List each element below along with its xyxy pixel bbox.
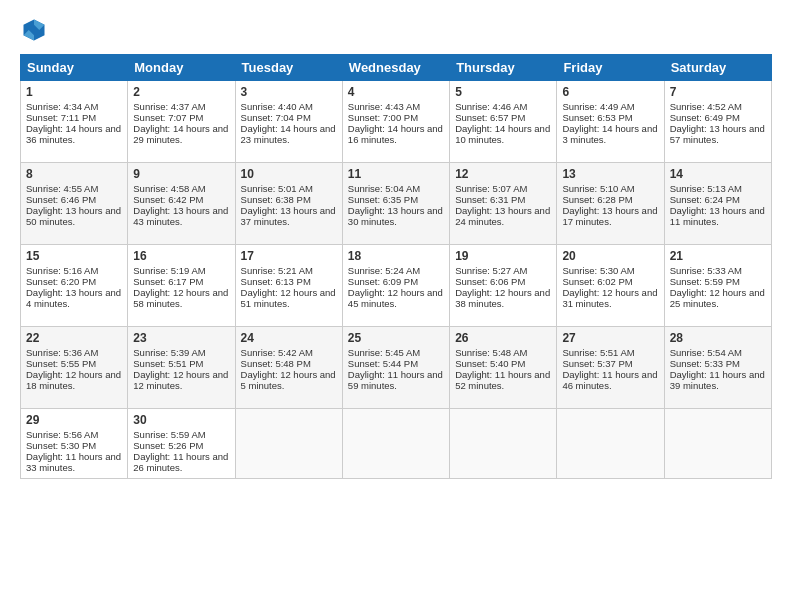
sunrise-text: Sunrise: 4:55 AM	[26, 183, 98, 194]
daylight-text: Daylight: 13 hours and 17 minutes.	[562, 205, 657, 227]
calendar-cell: 24 Sunrise: 5:42 AM Sunset: 5:48 PM Dayl…	[235, 327, 342, 409]
calendar-week-4: 22 Sunrise: 5:36 AM Sunset: 5:55 PM Dayl…	[21, 327, 772, 409]
sunrise-text: Sunrise: 5:54 AM	[670, 347, 742, 358]
daylight-text: Daylight: 12 hours and 38 minutes.	[455, 287, 550, 309]
day-number: 21	[670, 249, 766, 263]
sunset-text: Sunset: 5:44 PM	[348, 358, 418, 369]
calendar-table: SundayMondayTuesdayWednesdayThursdayFrid…	[20, 54, 772, 479]
daylight-text: Daylight: 13 hours and 37 minutes.	[241, 205, 336, 227]
daylight-text: Daylight: 13 hours and 50 minutes.	[26, 205, 121, 227]
sunrise-text: Sunrise: 4:37 AM	[133, 101, 205, 112]
sunset-text: Sunset: 6:06 PM	[455, 276, 525, 287]
day-number: 15	[26, 249, 122, 263]
calendar-cell: 5 Sunrise: 4:46 AM Sunset: 6:57 PM Dayli…	[450, 81, 557, 163]
calendar-cell: 7 Sunrise: 4:52 AM Sunset: 6:49 PM Dayli…	[664, 81, 771, 163]
daylight-text: Daylight: 14 hours and 16 minutes.	[348, 123, 443, 145]
header	[20, 16, 772, 44]
daylight-text: Daylight: 14 hours and 23 minutes.	[241, 123, 336, 145]
sunrise-text: Sunrise: 4:34 AM	[26, 101, 98, 112]
sunrise-text: Sunrise: 5:01 AM	[241, 183, 313, 194]
sunrise-text: Sunrise: 5:19 AM	[133, 265, 205, 276]
daylight-text: Daylight: 13 hours and 30 minutes.	[348, 205, 443, 227]
calendar-cell	[450, 409, 557, 479]
daylight-text: Daylight: 13 hours and 4 minutes.	[26, 287, 121, 309]
sunrise-text: Sunrise: 5:24 AM	[348, 265, 420, 276]
sunset-text: Sunset: 6:09 PM	[348, 276, 418, 287]
col-header-thursday: Thursday	[450, 55, 557, 81]
sunrise-text: Sunrise: 5:21 AM	[241, 265, 313, 276]
calendar-cell	[235, 409, 342, 479]
calendar-cell: 26 Sunrise: 5:48 AM Sunset: 5:40 PM Dayl…	[450, 327, 557, 409]
calendar-cell	[664, 409, 771, 479]
day-number: 11	[348, 167, 444, 181]
sunset-text: Sunset: 6:38 PM	[241, 194, 311, 205]
daylight-text: Daylight: 12 hours and 25 minutes.	[670, 287, 765, 309]
sunset-text: Sunset: 5:37 PM	[562, 358, 632, 369]
sunrise-text: Sunrise: 4:43 AM	[348, 101, 420, 112]
calendar-cell: 14 Sunrise: 5:13 AM Sunset: 6:24 PM Dayl…	[664, 163, 771, 245]
daylight-text: Daylight: 13 hours and 24 minutes.	[455, 205, 550, 227]
daylight-text: Daylight: 12 hours and 51 minutes.	[241, 287, 336, 309]
col-header-tuesday: Tuesday	[235, 55, 342, 81]
daylight-text: Daylight: 14 hours and 3 minutes.	[562, 123, 657, 145]
calendar-header-row: SundayMondayTuesdayWednesdayThursdayFrid…	[21, 55, 772, 81]
calendar-cell: 30 Sunrise: 5:59 AM Sunset: 5:26 PM Dayl…	[128, 409, 235, 479]
calendar-cell: 9 Sunrise: 4:58 AM Sunset: 6:42 PM Dayli…	[128, 163, 235, 245]
sunrise-text: Sunrise: 5:10 AM	[562, 183, 634, 194]
calendar-cell: 15 Sunrise: 5:16 AM Sunset: 6:20 PM Dayl…	[21, 245, 128, 327]
day-number: 6	[562, 85, 658, 99]
day-number: 7	[670, 85, 766, 99]
calendar-cell: 21 Sunrise: 5:33 AM Sunset: 5:59 PM Dayl…	[664, 245, 771, 327]
calendar-cell: 20 Sunrise: 5:30 AM Sunset: 6:02 PM Dayl…	[557, 245, 664, 327]
day-number: 18	[348, 249, 444, 263]
sunset-text: Sunset: 6:35 PM	[348, 194, 418, 205]
calendar-week-3: 15 Sunrise: 5:16 AM Sunset: 6:20 PM Dayl…	[21, 245, 772, 327]
sunset-text: Sunset: 6:46 PM	[26, 194, 96, 205]
calendar-cell: 11 Sunrise: 5:04 AM Sunset: 6:35 PM Dayl…	[342, 163, 449, 245]
col-header-monday: Monday	[128, 55, 235, 81]
calendar-cell: 25 Sunrise: 5:45 AM Sunset: 5:44 PM Dayl…	[342, 327, 449, 409]
sunrise-text: Sunrise: 4:49 AM	[562, 101, 634, 112]
sunset-text: Sunset: 5:26 PM	[133, 440, 203, 451]
daylight-text: Daylight: 11 hours and 59 minutes.	[348, 369, 443, 391]
daylight-text: Daylight: 14 hours and 10 minutes.	[455, 123, 550, 145]
day-number: 23	[133, 331, 229, 345]
col-header-sunday: Sunday	[21, 55, 128, 81]
col-header-friday: Friday	[557, 55, 664, 81]
day-number: 30	[133, 413, 229, 427]
sunrise-text: Sunrise: 5:45 AM	[348, 347, 420, 358]
day-number: 2	[133, 85, 229, 99]
sunrise-text: Sunrise: 4:40 AM	[241, 101, 313, 112]
calendar-cell	[557, 409, 664, 479]
daylight-text: Daylight: 13 hours and 57 minutes.	[670, 123, 765, 145]
daylight-text: Daylight: 12 hours and 58 minutes.	[133, 287, 228, 309]
calendar-cell: 29 Sunrise: 5:56 AM Sunset: 5:30 PM Dayl…	[21, 409, 128, 479]
day-number: 24	[241, 331, 337, 345]
sunset-text: Sunset: 6:20 PM	[26, 276, 96, 287]
day-number: 12	[455, 167, 551, 181]
sunrise-text: Sunrise: 5:42 AM	[241, 347, 313, 358]
daylight-text: Daylight: 11 hours and 33 minutes.	[26, 451, 121, 473]
calendar-cell: 6 Sunrise: 4:49 AM Sunset: 6:53 PM Dayli…	[557, 81, 664, 163]
day-number: 9	[133, 167, 229, 181]
day-number: 19	[455, 249, 551, 263]
calendar-cell: 8 Sunrise: 4:55 AM Sunset: 6:46 PM Dayli…	[21, 163, 128, 245]
sunset-text: Sunset: 7:04 PM	[241, 112, 311, 123]
calendar-cell: 23 Sunrise: 5:39 AM Sunset: 5:51 PM Dayl…	[128, 327, 235, 409]
logo	[20, 16, 52, 44]
sunset-text: Sunset: 5:51 PM	[133, 358, 203, 369]
day-number: 16	[133, 249, 229, 263]
daylight-text: Daylight: 13 hours and 11 minutes.	[670, 205, 765, 227]
sunset-text: Sunset: 5:55 PM	[26, 358, 96, 369]
calendar-cell: 18 Sunrise: 5:24 AM Sunset: 6:09 PM Dayl…	[342, 245, 449, 327]
calendar-cell: 27 Sunrise: 5:51 AM Sunset: 5:37 PM Dayl…	[557, 327, 664, 409]
sunrise-text: Sunrise: 5:30 AM	[562, 265, 634, 276]
sunset-text: Sunset: 6:13 PM	[241, 276, 311, 287]
day-number: 3	[241, 85, 337, 99]
day-number: 26	[455, 331, 551, 345]
sunrise-text: Sunrise: 5:04 AM	[348, 183, 420, 194]
sunset-text: Sunset: 5:59 PM	[670, 276, 740, 287]
calendar-cell: 2 Sunrise: 4:37 AM Sunset: 7:07 PM Dayli…	[128, 81, 235, 163]
daylight-text: Daylight: 11 hours and 26 minutes.	[133, 451, 228, 473]
sunrise-text: Sunrise: 5:48 AM	[455, 347, 527, 358]
